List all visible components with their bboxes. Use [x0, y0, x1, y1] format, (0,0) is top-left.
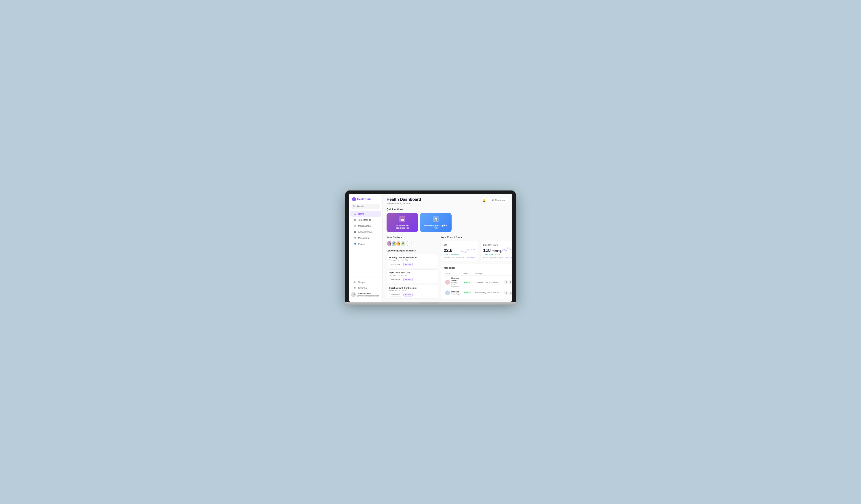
sidebar-item-support-label: Support [358, 281, 366, 283]
details-button-1[interactable]: Details [404, 263, 412, 266]
msg-status-2: Active [462, 289, 473, 297]
appt-actions-1: Reschedule Details [389, 263, 436, 266]
sidebar-item-messaging[interactable]: ✉ Messaging [350, 235, 381, 241]
quick-actions-title: Quick Actions [386, 208, 508, 211]
schedule-icon: 📅 [399, 216, 405, 222]
profile-icon: 👤 [353, 242, 356, 246]
notification-button[interactable]: 🔔 [481, 197, 488, 204]
status-badge-1: Active [463, 281, 472, 284]
prescription-refill-card[interactable]: 🔄 Request a prescription refill [420, 213, 452, 232]
left-column: Your Doctors 👩 👨 👩 👨 + Upcoming [386, 236, 438, 300]
details-button-3[interactable]: Details [404, 293, 412, 296]
bmi-change-label: vs last month [449, 253, 459, 255]
avatar: JS [351, 292, 356, 297]
sidebar-item-test-results[interactable]: ▤ Test Results [350, 217, 381, 223]
user-details: Jennifer Smith jennifersmith@gmail.com [357, 292, 379, 297]
sidebar-item-profile[interactable]: 👤 Profile [350, 241, 381, 247]
quick-actions: 📅 Schedule an appointment 🔄 Request a pr… [386, 213, 508, 232]
sidebar-item-home[interactable]: ⌂ Home [350, 211, 381, 217]
status-text-1: Active [466, 281, 470, 283]
sidebar-item-appointments[interactable]: ▦ Appointments [350, 229, 381, 235]
status-text-2: Active [466, 292, 470, 294]
support-icon: ⚙ [353, 281, 356, 284]
message-row-1: Rebecca Watson Primary Care Physician [444, 276, 512, 289]
appointments-title: Upcoming Appointments [386, 249, 438, 252]
bp-card: Blood Pressure ··· 118 mmHg [480, 241, 512, 261]
reply-message-2[interactable]: 💬 [509, 291, 512, 295]
prescription-label: Request a prescription refill [423, 224, 448, 229]
appt-date-3: March 5th, at 11 AM [389, 290, 436, 292]
appt-title-1: Monthly Checkup with PCP [389, 256, 436, 258]
delete-message-1[interactable]: 🗑 [504, 280, 508, 284]
search-input[interactable] [356, 205, 378, 208]
customize-label: Customize [495, 199, 506, 201]
bp-number: 118 [483, 248, 491, 253]
doctors-avatars: 👩 👨 👩 👨 + [386, 241, 438, 247]
bp-change-arrow: ↑ [483, 253, 484, 255]
bp-footer-note: Based on your last report [483, 257, 503, 259]
bmi-footer: Based on your last report View report [444, 257, 475, 259]
stats-row: BMI ··· 22.8 ↑ 3% [441, 241, 512, 261]
reschedule-button-1[interactable]: Reschedule [389, 263, 402, 266]
doctors-section: Your Doctors 👩 👨 👩 👨 + [386, 236, 438, 247]
bp-view-report[interactable]: View report [506, 257, 512, 259]
page-title: Health Dashboard [386, 197, 421, 202]
logo-brand: Health [357, 198, 366, 201]
msg-text-2: We'll definitely want to start monitorin… [473, 289, 503, 297]
laptop-screen: ♥ HealthHub 🔍 ⌂ Home ▤ Te [349, 194, 512, 302]
stats-section: Your Recent Stats BMI ··· [441, 236, 512, 261]
reply-message-1[interactable]: 💬 [509, 280, 512, 284]
msg-status-1: Active [462, 276, 473, 289]
bmi-footer-note: Based on your last report [444, 257, 464, 259]
doctors-title: Your Doctors [386, 236, 438, 238]
col-message: Message [473, 271, 503, 276]
msg-name-1: Rebecca Watson [451, 277, 460, 281]
laptop-bottom [345, 302, 516, 305]
header-actions: 🔔 ⊞ Customize [481, 197, 508, 204]
appt-actions-3: Reschedule Details [389, 293, 436, 296]
customize-icon: ⊞ [492, 199, 494, 201]
doctor-avatar-4: 👨 [400, 241, 406, 247]
schedule-appointment-card[interactable]: 📅 Schedule an appointment [386, 213, 418, 232]
sidebar-item-support[interactable]: ⚙ Support [350, 279, 381, 285]
prescription-icon: 🔄 [433, 216, 439, 222]
sidebar-item-medications-label: Medications [358, 225, 371, 227]
col-status: Status ↕ [462, 271, 473, 276]
bmi-view-report[interactable]: View report [466, 257, 475, 259]
status-dot-2 [464, 292, 465, 293]
customize-button[interactable]: ⊞ Customize [490, 198, 508, 203]
msg-avatar-2 [445, 291, 450, 295]
messages-title: Messages [444, 266, 512, 269]
details-button-2[interactable]: Details [404, 278, 412, 281]
sidebar-item-settings-label: Settings [358, 286, 367, 289]
appt-title-3: Check up with Cardiologist [389, 286, 436, 289]
main-content: Health Dashboard Welcome back, Jennifer!… [383, 194, 512, 302]
msg-text-1: Hi, Jennifer! Your next appointment has … [473, 276, 503, 289]
page-title-section: Health Dashboard Welcome back, Jennifer! [386, 197, 421, 205]
reschedule-button-3[interactable]: Reschedule [389, 293, 402, 296]
add-doctor-button[interactable]: + [406, 241, 412, 247]
status-badge-2: Active [463, 291, 472, 294]
sidebar-item-home-label: Home [358, 212, 364, 215]
delete-message-2[interactable]: 🗑 [504, 291, 508, 295]
content-grid: Your Doctors 👩 👨 👩 👨 + Upcoming [386, 236, 508, 300]
nav-items: ⌂ Home ▤ Test Results ⬡ Medications ▦ Ap… [349, 211, 382, 277]
sidebar-item-settings[interactable]: ⚙ Settings [350, 285, 381, 291]
bmi-change-arrow: ↑ [444, 253, 445, 255]
search-box[interactable]: 🔍 [351, 205, 380, 209]
col-actions [503, 271, 512, 276]
sidebar: ♥ HealthHub 🔍 ⌂ Home ▤ Te [349, 194, 383, 302]
right-column: Your Recent Stats BMI ··· [441, 236, 512, 300]
page-header: Health Dashboard Welcome back, Jennifer!… [386, 197, 508, 205]
msg-avatar-1 [445, 280, 450, 284]
appointments-icon: ▦ [353, 230, 356, 234]
user-email: jennifersmith@gmail.com [357, 295, 379, 297]
reschedule-button-2[interactable]: Reschedule [389, 278, 402, 281]
sidebar-bottom: ⚙ Support ⚙ Settings JS Jennifer Smith j… [349, 277, 382, 298]
appt-date-1: January 11th, at 1 PM [389, 259, 436, 261]
test-results-icon: ▤ [353, 218, 356, 221]
appt-title-2: Lipid Panel Test Date [389, 271, 436, 274]
sidebar-item-test-results-label: Test Results [358, 219, 371, 221]
sidebar-item-medications[interactable]: ⬡ Medications [350, 223, 381, 229]
bmi-chart [460, 246, 476, 254]
